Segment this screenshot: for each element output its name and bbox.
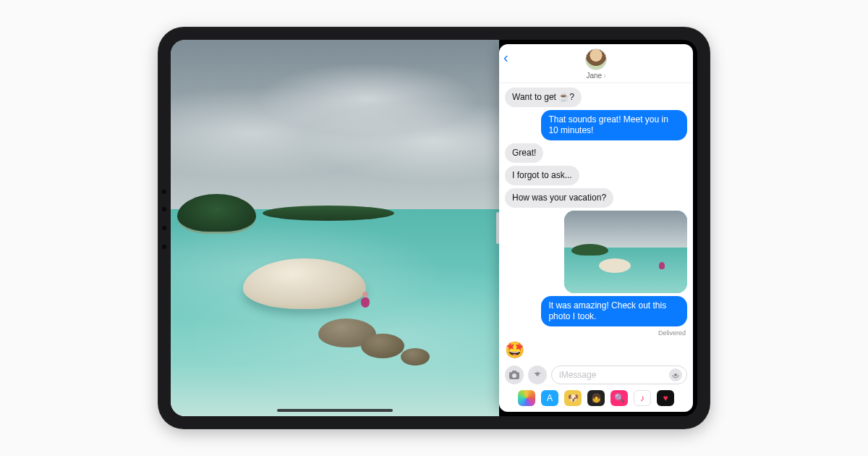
front-camera-icon xyxy=(162,226,166,230)
incoming-message[interactable]: How was your vacation? xyxy=(505,188,613,208)
photo-sea-region xyxy=(171,209,499,416)
chevron-right-icon: › xyxy=(603,72,605,80)
delivered-status: Delivered xyxy=(658,329,687,337)
memoji-app[interactable]: 👧 xyxy=(587,390,605,406)
digital-touch-app[interactable]: ♥ xyxy=(657,390,674,406)
home-indicator[interactable] xyxy=(277,409,393,412)
thumb-sky xyxy=(564,211,687,248)
app-store-button[interactable] xyxy=(528,366,547,384)
images-search-app[interactable]: 🔍 xyxy=(610,390,628,406)
appstore-icon xyxy=(532,370,542,380)
camera-icon xyxy=(509,371,519,379)
incoming-message[interactable]: Great! xyxy=(505,143,543,163)
svg-rect-1 xyxy=(512,371,516,373)
thumb-person xyxy=(659,262,665,269)
photo-person xyxy=(358,292,373,309)
photos-imessage-app[interactable] xyxy=(518,390,535,406)
message-thread[interactable]: Want to get ☕️? That sounds great! Meet … xyxy=(499,83,693,361)
svg-point-2 xyxy=(512,373,516,378)
thumb-rock xyxy=(599,258,631,273)
ipad-device-frame: ‹ Jane› Want to get ☕️? That sounds grea… xyxy=(158,27,710,429)
incoming-reaction[interactable]: 🤩 xyxy=(505,341,524,360)
photos-app-fullscreen[interactable] xyxy=(171,40,499,416)
incoming-message[interactable]: Want to get ☕️? xyxy=(505,88,582,107)
contact-name-label: Jane xyxy=(586,72,602,80)
photo-sky-region xyxy=(171,40,499,209)
svg-point-3 xyxy=(674,373,677,376)
incoming-message[interactable]: I forgot to ask... xyxy=(505,166,579,185)
audio-wave-icon xyxy=(672,371,679,379)
outgoing-message[interactable]: It was amazing! Check out this photo I t… xyxy=(541,296,687,326)
photo-rock xyxy=(361,334,404,358)
music-app[interactable]: ♪ xyxy=(634,390,651,406)
dictation-button[interactable] xyxy=(669,368,682,381)
message-placeholder: iMessage xyxy=(559,370,596,380)
outgoing-message[interactable]: That sounds great! Meet you in 10 minute… xyxy=(541,110,687,140)
back-button[interactable]: ‹ xyxy=(503,50,509,64)
ipad-screen: ‹ Jane› Want to get ☕️? That sounds grea… xyxy=(171,40,697,416)
imessage-app-strip: A 🐶 👧 🔍 ♪ ♥ xyxy=(499,389,693,412)
contact-name-button[interactable]: Jane› xyxy=(586,72,605,80)
thumb-island xyxy=(571,244,608,256)
animoji-app[interactable]: 🐶 xyxy=(564,390,582,406)
slideover-grabber[interactable] xyxy=(496,212,499,244)
camera-button[interactable] xyxy=(505,366,524,384)
photo-treeline xyxy=(263,206,394,221)
message-input[interactable]: iMessage xyxy=(551,366,687,384)
messages-slideover-panel: ‹ Jane› Want to get ☕️? That sounds grea… xyxy=(499,44,693,412)
compose-bar: iMessage xyxy=(499,361,693,389)
contact-avatar[interactable] xyxy=(585,48,607,70)
appstore-imessage-app[interactable]: A xyxy=(541,390,558,406)
outgoing-photo-message[interactable] xyxy=(564,211,687,293)
photo-island xyxy=(177,194,256,232)
messages-header: ‹ Jane› xyxy=(499,44,693,83)
